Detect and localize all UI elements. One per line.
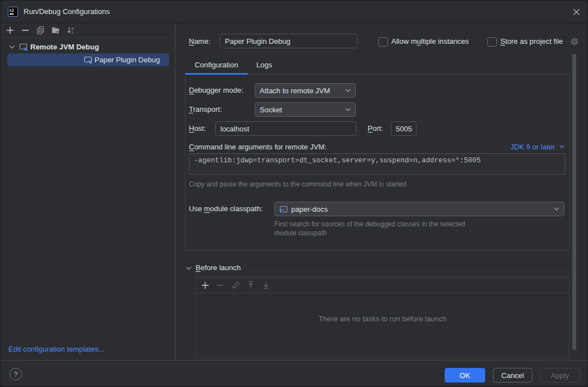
cancel-button[interactable]: Cancel xyxy=(493,368,532,383)
port-label: Port: xyxy=(368,122,383,135)
module-classpath-hint-line1: First search for sources of the debugged… xyxy=(274,220,465,228)
help-question-icon: ? xyxy=(13,370,17,379)
store-settings-gear-icon[interactable] xyxy=(569,37,580,47)
host-input[interactable]: localhost xyxy=(215,121,356,136)
allow-multiple-instances-checkbox[interactable] xyxy=(378,37,388,47)
svg-text:z: z xyxy=(71,30,73,34)
configurations-sidebar: a z Remote JVM Debug xyxy=(1,23,175,361)
tab-logs[interactable]: Logs xyxy=(252,57,276,73)
host-input-value: localhost xyxy=(220,125,249,133)
before-launch-tasks-panel: There are no tasks to run before launch xyxy=(196,277,569,359)
command-line-arguments-label: Command line arguments for remote JVM: xyxy=(189,141,327,153)
command-line-arguments-field[interactable]: -agentlib:jdwp=transport=dt_socket,serve… xyxy=(189,153,566,175)
new-folder-icon[interactable] xyxy=(51,26,60,35)
command-line-arguments-value: -agentlib:jdwp=transport=dt_socket,serve… xyxy=(194,157,481,165)
store-as-project-file-checkbox[interactable] xyxy=(487,37,497,47)
store-as-project-file-label[interactable]: Store as project file xyxy=(500,35,563,48)
debugger-mode-dropdown[interactable]: Attach to remote JVM xyxy=(255,83,356,98)
transport-value: Socket xyxy=(260,106,282,114)
title-bar: IJ Run/Debug Configurations xyxy=(1,1,588,23)
before-launch-empty-message: There are no tasks to run before launch xyxy=(196,315,569,323)
run-debug-configurations-dialog: IJ Run/Debug Configurations xyxy=(0,0,588,387)
jdk-version-value: JDK 9 or later xyxy=(510,143,555,151)
add-configuration-icon[interactable] xyxy=(6,26,15,35)
chevron-down-icon xyxy=(345,89,351,93)
transport-dropdown[interactable]: Socket xyxy=(255,102,356,117)
before-launch-toolbar xyxy=(196,277,569,293)
command-line-hint: Copy and paste the arguments to the comm… xyxy=(189,180,406,188)
name-label: Name: xyxy=(189,35,210,48)
debugger-mode-label: Debugger mode: xyxy=(189,84,243,97)
intellij-logo-icon: IJ xyxy=(8,7,18,17)
sidebar-toolbar: a z xyxy=(1,23,175,38)
tree-item-remote-jvm-debug[interactable]: Remote JVM Debug xyxy=(1,40,175,53)
tree-group-label: Remote JVM Debug xyxy=(30,43,99,51)
edit-task-icon[interactable] xyxy=(231,281,240,290)
help-button[interactable]: ? xyxy=(10,368,22,380)
ok-button[interactable]: OK xyxy=(445,368,485,383)
debugger-mode-value: Attach to remote JVM xyxy=(260,86,330,95)
transport-label: Transport: xyxy=(189,103,222,116)
port-input-value: 5005 xyxy=(396,125,412,133)
before-launch-collapse-chevron-icon[interactable] xyxy=(186,266,192,270)
chevron-down-icon xyxy=(554,207,559,211)
chevron-down-icon xyxy=(345,108,351,112)
remote-debug-config-icon xyxy=(84,56,93,65)
remote-debug-config-icon xyxy=(19,43,28,52)
move-task-up-icon[interactable] xyxy=(246,281,255,290)
tree-item-label: Paper Plugin Debug xyxy=(94,56,160,64)
sort-configurations-icon[interactable]: a z xyxy=(66,26,75,35)
tab-configuration[interactable]: Configuration xyxy=(185,57,248,73)
dialog-title: Run/Debug Configurations xyxy=(24,1,110,23)
remove-configuration-icon[interactable] xyxy=(21,26,30,35)
name-input[interactable]: Paper Plugin Debug xyxy=(220,34,358,48)
module-classpath-label: Use module classpath: xyxy=(189,203,263,215)
before-launch-label[interactable]: Before launch xyxy=(196,263,241,272)
module-classpath-dropdown[interactable]: paper-docs xyxy=(274,202,564,216)
apply-button[interactable]: Apply xyxy=(540,368,580,383)
port-input[interactable]: 5005 xyxy=(391,121,417,136)
copy-configuration-icon[interactable] xyxy=(36,26,45,35)
edit-configuration-templates-link[interactable]: Edit configuration templates... xyxy=(8,345,105,353)
add-task-icon[interactable] xyxy=(201,281,210,290)
remove-task-icon[interactable] xyxy=(216,281,225,290)
active-tab-indicator xyxy=(185,73,248,75)
jdk-version-dropdown-link[interactable]: JDK 9 or later xyxy=(495,141,564,153)
move-task-down-icon[interactable] xyxy=(261,281,270,290)
host-label: Host: xyxy=(189,122,206,135)
tree-item-paper-plugin-debug[interactable]: Paper Plugin Debug xyxy=(7,53,169,66)
tree-expander-chevron-icon[interactable] xyxy=(9,45,15,49)
module-classpath-hint-line2: module classpath xyxy=(274,229,327,237)
module-icon xyxy=(279,205,288,213)
dialog-footer: ? OK Cancel Apply xyxy=(1,360,588,387)
close-icon[interactable] xyxy=(569,5,583,19)
svg-text:a: a xyxy=(71,26,74,30)
vertical-scrollbar-thumb[interactable] xyxy=(572,54,576,350)
before-launch-separator xyxy=(248,270,569,270)
name-input-value: Paper Plugin Debug xyxy=(225,37,290,45)
allow-multiple-instances-label[interactable]: Allow multiple instances xyxy=(391,35,469,48)
module-classpath-value: paper-docs xyxy=(291,205,328,213)
